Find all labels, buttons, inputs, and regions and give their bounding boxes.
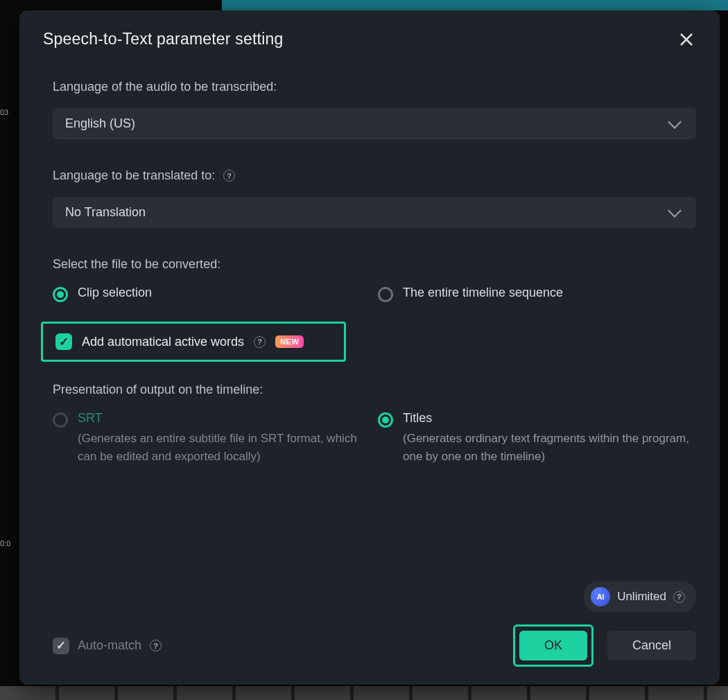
ai-credits-row: AI Unlimited ?	[53, 581, 696, 612]
ai-credits-pill[interactable]: AI Unlimited ?	[584, 581, 696, 612]
help-icon[interactable]: ?	[254, 336, 266, 348]
close-button[interactable]	[677, 30, 696, 51]
radio-description: (Generates an entire subtitle file in SR…	[78, 430, 371, 465]
file-label: Select the file to be converted:	[53, 257, 696, 272]
dialog-footer: AI Unlimited ? ✓ Auto-match ? OK Cancel	[43, 581, 696, 667]
radio-icon	[53, 287, 68, 302]
new-badge: NEW	[275, 335, 304, 348]
radio-srt: SRT (Generates an entire subtitle file i…	[53, 411, 371, 465]
help-icon[interactable]: ?	[673, 591, 685, 603]
bg-teal-strip	[222, 0, 728, 10]
radio-content: SRT (Generates an entire subtitle file i…	[78, 411, 371, 465]
active-words-highlight: ✓ Add automatical active words ? NEW	[41, 322, 346, 362]
close-icon	[679, 33, 693, 46]
translation-section: Language to be translated to: ? No Trans…	[43, 168, 696, 228]
ai-icon: AI	[591, 587, 610, 606]
radio-titles[interactable]: Titles (Generates ordinary text fragment…	[378, 411, 696, 465]
language-select[interactable]: English (US)	[53, 108, 696, 139]
radio-label: SRT	[78, 411, 371, 426]
translation-label-text: Language to be translated to:	[53, 168, 215, 183]
check-icon: ✓	[56, 638, 66, 653]
bg-thumbnails	[0, 686, 728, 700]
output-section: Presentation of output on the timeline: …	[43, 383, 696, 465]
check-icon: ✓	[59, 335, 69, 349]
stt-settings-dialog: Speech-to-Text parameter setting Languag…	[19, 10, 720, 685]
ai-credits-text: Unlimited	[617, 590, 666, 604]
output-label: Presentation of output on the timeline:	[53, 383, 696, 397]
chevron-down-icon	[668, 115, 682, 129]
help-icon[interactable]: ?	[223, 170, 235, 182]
auto-match-row: ✓ Auto-match ?	[53, 638, 162, 654]
cancel-button[interactable]: Cancel	[607, 631, 696, 660]
language-label: Language of the audio to be transcribed:	[53, 80, 696, 94]
radio-icon	[53, 412, 68, 428]
bg-left-strip: 03 0:0	[0, 97, 12, 541]
language-section: Language of the audio to be transcribed:…	[43, 80, 696, 139]
file-radio-group: Clip selection The entire timeline seque…	[53, 286, 696, 302]
dialog-title: Speech-to-Text parameter setting	[43, 30, 283, 49]
button-row: OK Cancel	[513, 624, 696, 667]
translation-label: Language to be translated to: ?	[53, 168, 696, 183]
radio-icon	[378, 412, 393, 428]
auto-match-checkbox[interactable]: ✓	[53, 638, 69, 654]
ok-button[interactable]: OK	[519, 631, 587, 660]
help-icon[interactable]: ?	[150, 640, 162, 651]
dialog-header: Speech-to-Text parameter setting	[43, 30, 696, 51]
translation-select[interactable]: No Translation	[53, 197, 696, 228]
radio-content: Titles (Generates ordinary text fragment…	[403, 411, 696, 465]
translation-value: No Translation	[65, 205, 146, 220]
active-words-label: Add automatical active words	[82, 335, 244, 349]
output-radio-group: SRT (Generates an entire subtitle file i…	[53, 411, 696, 465]
radio-entire-timeline[interactable]: The entire timeline sequence	[378, 286, 696, 302]
radio-label: Clip selection	[78, 286, 152, 300]
radio-label: Titles	[403, 411, 696, 426]
ok-highlight: OK	[513, 624, 593, 667]
bg-time-1: 03	[0, 108, 8, 116]
radio-label: The entire timeline sequence	[403, 286, 563, 300]
file-section: Select the file to be converted: Clip se…	[43, 257, 696, 302]
active-words-checkbox[interactable]: ✓	[55, 333, 72, 350]
auto-match-label: Auto-match	[78, 638, 141, 653]
bottom-row: ✓ Auto-match ? OK Cancel	[53, 624, 696, 667]
language-value: English (US)	[65, 116, 135, 131]
chevron-down-icon	[668, 204, 682, 218]
radio-icon	[378, 287, 393, 302]
radio-description: (Generates ordinary text fragments withi…	[403, 430, 696, 465]
bg-time-2: 0:0	[0, 539, 10, 548]
radio-clip-selection[interactable]: Clip selection	[53, 286, 371, 302]
